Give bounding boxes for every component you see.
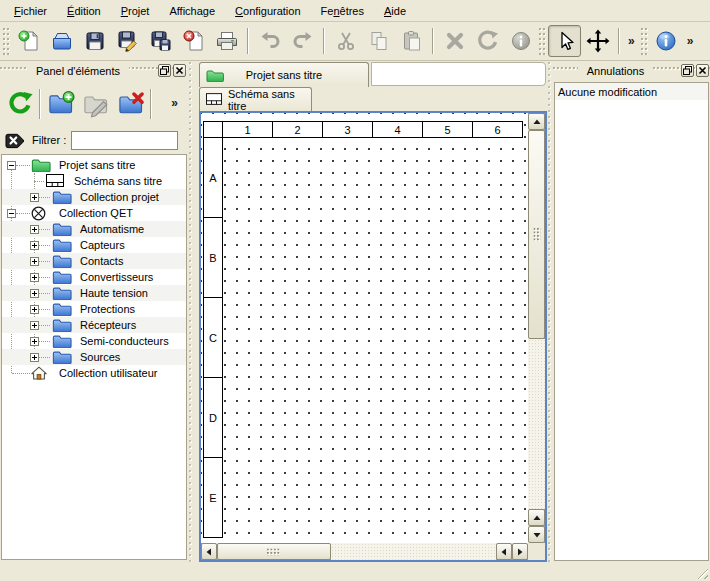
scroll-left-button-2[interactable]	[496, 543, 512, 560]
scroll-down-button[interactable]	[528, 526, 545, 543]
redo-button[interactable]	[286, 25, 319, 57]
undo-button[interactable]	[253, 25, 286, 57]
tree-item-collection-projet[interactable]: Collection projet	[2, 189, 186, 205]
menu-projet[interactable]: Projet	[111, 2, 160, 20]
edit-category-button[interactable]	[78, 86, 113, 122]
rotate-button[interactable]	[471, 25, 504, 57]
scroll-left-button[interactable]	[201, 543, 217, 560]
tree-item-schema[interactable]: Schéma sans titre	[2, 173, 186, 189]
float-panel-button[interactable]	[158, 64, 171, 77]
tab-project[interactable]: Projet sans titre	[199, 62, 369, 87]
toolbar-overflow-button[interactable]: »	[624, 34, 639, 48]
expand-expander[interactable]	[30, 320, 39, 332]
column-header: 2	[272, 121, 323, 138]
expand-expander[interactable]	[30, 192, 39, 204]
menu-configuration[interactable]: Configuration	[225, 2, 310, 20]
folder-icon	[52, 190, 72, 206]
reload-collections-button[interactable]	[2, 86, 37, 122]
element-infos-button[interactable]	[504, 25, 537, 57]
open-button[interactable]	[45, 25, 78, 57]
collapse-expander[interactable]	[7, 208, 16, 220]
collapse-expander[interactable]	[7, 160, 16, 172]
expand-expander[interactable]	[30, 240, 39, 252]
save-all-button[interactable]	[144, 25, 177, 57]
close-panel-button[interactable]	[173, 64, 186, 77]
paste-button[interactable]	[395, 25, 428, 57]
expand-expander[interactable]	[30, 224, 39, 236]
tree-item-haute-tension[interactable]: Haute tension	[2, 285, 186, 301]
undo-panel-title: Annulations	[578, 65, 654, 77]
horizontal-scroll-track[interactable]	[331, 543, 496, 560]
expand-expander[interactable]	[30, 288, 39, 300]
tab-schema[interactable]: Schéma sans titre	[199, 87, 312, 111]
tree-item-contacts[interactable]: Contacts	[2, 253, 186, 269]
toolbar-drag-handle[interactable]	[539, 27, 546, 55]
cut-button[interactable]	[329, 25, 362, 57]
undo-list-item[interactable]: Aucune modification	[555, 83, 708, 100]
menu-fenetres[interactable]: Fenêtres	[311, 2, 374, 20]
expand-expander[interactable]	[30, 272, 39, 284]
save-button[interactable]	[78, 25, 111, 57]
arrow-left-icon	[205, 548, 213, 556]
move-tool-button[interactable]	[581, 25, 614, 57]
clear-filter-button[interactable]	[2, 129, 28, 151]
tab-bar-empty-area	[371, 62, 546, 86]
delete-icon	[443, 29, 467, 53]
toolbar-drag-handle[interactable]	[3, 27, 10, 55]
collections-toolbar-overflow[interactable]: »	[167, 96, 182, 110]
tree-item-project[interactable]: Projet sans titre	[2, 157, 186, 173]
filter-input[interactable]	[71, 131, 178, 150]
scroll-right-button[interactable]	[512, 543, 528, 560]
close-panel-button[interactable]	[696, 64, 709, 77]
folder-icon	[52, 318, 72, 334]
menu-aide[interactable]: Aide	[374, 2, 416, 20]
new-category-button[interactable]	[43, 86, 78, 122]
delete-button[interactable]	[438, 25, 471, 57]
delete-category-button[interactable]	[113, 86, 148, 122]
tree-item-sources[interactable]: Sources	[2, 349, 186, 365]
undo-panel-titlebar: Annulations	[553, 62, 710, 80]
tree-item-automatisme[interactable]: Automatisme	[2, 221, 186, 237]
print-button[interactable]	[210, 25, 243, 57]
copy-button[interactable]	[362, 25, 395, 57]
info-blue-icon	[654, 29, 678, 53]
column-header: 3	[322, 121, 373, 138]
menu-edition[interactable]: Édition	[57, 2, 111, 20]
select-tool-button[interactable]	[548, 25, 581, 57]
scroll-up-button[interactable]	[528, 113, 545, 130]
save-as-button[interactable]	[111, 25, 144, 57]
menu-fichier[interactable]: Fichier	[4, 2, 57, 20]
toolbar-drag-handle[interactable]	[641, 27, 648, 55]
about-info-button[interactable]	[650, 25, 683, 57]
undo-list: Aucune modification	[554, 82, 709, 561]
tree-item-recepteurs[interactable]: Récepteurs	[2, 317, 186, 333]
edit-category-icon	[82, 90, 110, 118]
expand-expander[interactable]	[30, 336, 39, 348]
column-header: 1	[222, 121, 273, 138]
horizontal-scroll-thumb[interactable]	[217, 543, 331, 560]
diagram-canvas[interactable]: 1 2 3 4 5 6 A B C D E	[201, 113, 528, 543]
scroll-up-button-2[interactable]	[528, 509, 545, 526]
new-document-button[interactable]	[12, 25, 45, 57]
expand-expander[interactable]	[30, 352, 39, 364]
tree-item-protections[interactable]: Protections	[2, 301, 186, 317]
expand-expander[interactable]	[30, 304, 39, 316]
arrow-down-icon	[533, 531, 541, 539]
vertical-scroll-track[interactable]	[528, 339, 545, 509]
vertical-scroll-thumb[interactable]	[528, 130, 545, 339]
close-document-button[interactable]	[177, 25, 210, 57]
tree-item-collection-qet[interactable]: Collection QET	[2, 205, 186, 221]
left-splitter-handle[interactable]	[188, 62, 196, 562]
tree-item-convertisseurs[interactable]: Convertisseurs	[2, 269, 186, 285]
tab-schema-label: Schéma sans titre	[228, 88, 311, 112]
toolbar-overflow-button[interactable]: »	[683, 34, 698, 48]
expand-expander[interactable]	[30, 256, 39, 268]
tree-item-semi-conducteurs[interactable]: Semi-conducteurs	[2, 333, 186, 349]
print-icon	[215, 29, 239, 53]
float-panel-button[interactable]	[681, 64, 694, 77]
tree-item-capteurs[interactable]: Capteurs	[2, 237, 186, 253]
menu-affichage[interactable]: Affichage	[159, 2, 225, 20]
tab-project-label: Projet sans titre	[246, 69, 322, 81]
toolbar-separator	[39, 89, 41, 119]
tree-item-collection-utilisateur[interactable]: Collection utilisateur	[2, 365, 186, 381]
